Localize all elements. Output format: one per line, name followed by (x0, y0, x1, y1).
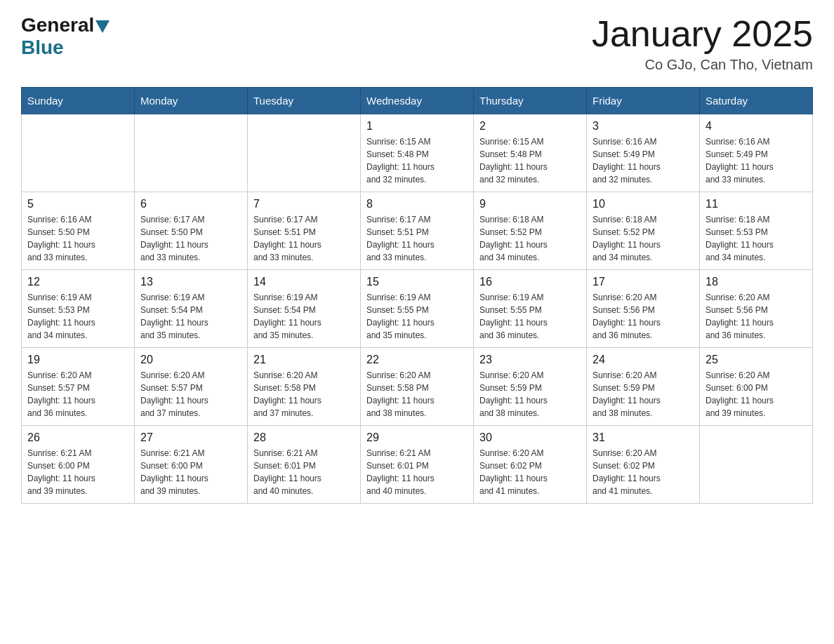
day-info: Sunrise: 6:21 AM Sunset: 6:01 PM Dayligh… (366, 447, 468, 497)
calendar-cell: 31Sunrise: 6:20 AM Sunset: 6:02 PM Dayli… (587, 426, 700, 504)
calendar-cell: 7Sunrise: 6:17 AM Sunset: 5:51 PM Daylig… (248, 192, 361, 270)
calendar-cell (700, 426, 813, 504)
day-number: 15 (366, 276, 468, 288)
logo-blue-text: Blue (21, 36, 64, 59)
day-number: 7 (253, 198, 355, 210)
calendar-cell: 16Sunrise: 6:19 AM Sunset: 5:55 PM Dayli… (474, 270, 587, 348)
calendar-cell: 14Sunrise: 6:19 AM Sunset: 5:54 PM Dayli… (248, 270, 361, 348)
day-info: Sunrise: 6:19 AM Sunset: 5:55 PM Dayligh… (479, 291, 581, 342)
calendar-cell (135, 114, 248, 192)
day-number: 14 (253, 276, 355, 288)
day-number: 21 (253, 354, 355, 366)
day-header-friday: Friday (587, 88, 700, 114)
calendar-cell: 17Sunrise: 6:20 AM Sunset: 5:56 PM Dayli… (587, 270, 700, 348)
day-info: Sunrise: 6:17 AM Sunset: 5:51 PM Dayligh… (253, 213, 355, 264)
day-info: Sunrise: 6:16 AM Sunset: 5:49 PM Dayligh… (593, 135, 694, 186)
calendar-cell: 2Sunrise: 6:15 AM Sunset: 5:48 PM Daylig… (474, 114, 587, 192)
calendar-table: SundayMondayTuesdayWednesdayThursdayFrid… (21, 87, 813, 504)
day-info: Sunrise: 6:19 AM Sunset: 5:54 PM Dayligh… (253, 291, 355, 342)
day-info: Sunrise: 6:20 AM Sunset: 5:58 PM Dayligh… (253, 369, 355, 420)
day-number: 18 (706, 276, 807, 288)
day-number: 2 (479, 120, 581, 133)
day-number: 23 (479, 354, 581, 366)
location-subtitle: Co GJo, Can Tho, Vietnam (592, 57, 813, 73)
day-number: 16 (479, 276, 581, 288)
calendar-cell: 27Sunrise: 6:21 AM Sunset: 6:00 PM Dayli… (135, 426, 248, 504)
day-number: 9 (479, 198, 581, 210)
day-header-thursday: Thursday (474, 88, 587, 114)
day-info: Sunrise: 6:17 AM Sunset: 5:50 PM Dayligh… (140, 213, 241, 264)
day-info: Sunrise: 6:21 AM Sunset: 6:00 PM Dayligh… (140, 447, 241, 497)
title-area: January 2025 Co GJo, Can Tho, Vietnam (592, 14, 813, 73)
day-info: Sunrise: 6:18 AM Sunset: 5:52 PM Dayligh… (479, 213, 581, 264)
day-number: 8 (366, 198, 468, 210)
day-number: 10 (593, 198, 694, 210)
calendar-cell: 13Sunrise: 6:19 AM Sunset: 5:54 PM Dayli… (135, 270, 248, 348)
day-number: 17 (593, 276, 694, 288)
day-number: 5 (27, 198, 128, 210)
calendar-cell: 10Sunrise: 6:18 AM Sunset: 5:52 PM Dayli… (587, 192, 700, 270)
calendar-cell: 1Sunrise: 6:15 AM Sunset: 5:48 PM Daylig… (361, 114, 474, 192)
calendar-cell: 21Sunrise: 6:20 AM Sunset: 5:58 PM Dayli… (248, 348, 361, 426)
day-info: Sunrise: 6:16 AM Sunset: 5:49 PM Dayligh… (706, 135, 807, 186)
day-number: 29 (366, 431, 468, 444)
day-info: Sunrise: 6:19 AM Sunset: 5:54 PM Dayligh… (140, 291, 241, 342)
day-number: 28 (253, 431, 355, 444)
day-info: Sunrise: 6:20 AM Sunset: 6:02 PM Dayligh… (479, 447, 581, 497)
month-title: January 2025 (592, 14, 813, 54)
day-info: Sunrise: 6:20 AM Sunset: 5:57 PM Dayligh… (27, 369, 128, 420)
day-number: 22 (366, 354, 468, 366)
day-info: Sunrise: 6:20 AM Sunset: 5:56 PM Dayligh… (593, 291, 694, 342)
logo: General Blue (21, 14, 111, 59)
calendar-cell: 25Sunrise: 6:20 AM Sunset: 6:00 PM Dayli… (700, 348, 813, 426)
calendar-cell: 26Sunrise: 6:21 AM Sunset: 6:00 PM Dayli… (22, 426, 135, 504)
day-info: Sunrise: 6:20 AM Sunset: 6:00 PM Dayligh… (706, 369, 807, 420)
calendar-cell: 23Sunrise: 6:20 AM Sunset: 5:59 PM Dayli… (474, 348, 587, 426)
day-header-wednesday: Wednesday (361, 88, 474, 114)
calendar-week-5: 26Sunrise: 6:21 AM Sunset: 6:00 PM Dayli… (22, 426, 813, 504)
day-info: Sunrise: 6:20 AM Sunset: 5:58 PM Dayligh… (366, 369, 468, 420)
day-info: Sunrise: 6:20 AM Sunset: 6:02 PM Dayligh… (593, 447, 694, 497)
day-number: 3 (593, 120, 694, 133)
calendar-cell: 29Sunrise: 6:21 AM Sunset: 6:01 PM Dayli… (361, 426, 474, 504)
calendar-cell: 11Sunrise: 6:18 AM Sunset: 5:53 PM Dayli… (700, 192, 813, 270)
day-number: 27 (140, 431, 241, 444)
day-info: Sunrise: 6:15 AM Sunset: 5:48 PM Dayligh… (366, 135, 468, 186)
calendar-week-3: 12Sunrise: 6:19 AM Sunset: 5:53 PM Dayli… (22, 270, 813, 348)
calendar-cell: 19Sunrise: 6:20 AM Sunset: 5:57 PM Dayli… (22, 348, 135, 426)
day-info: Sunrise: 6:21 AM Sunset: 6:00 PM Dayligh… (27, 447, 128, 497)
calendar-week-4: 19Sunrise: 6:20 AM Sunset: 5:57 PM Dayli… (22, 348, 813, 426)
day-number: 26 (27, 431, 128, 444)
day-number: 6 (140, 198, 241, 210)
day-info: Sunrise: 6:20 AM Sunset: 5:59 PM Dayligh… (479, 369, 581, 420)
calendar-cell: 28Sunrise: 6:21 AM Sunset: 6:01 PM Dayli… (248, 426, 361, 504)
calendar-cell: 9Sunrise: 6:18 AM Sunset: 5:52 PM Daylig… (474, 192, 587, 270)
day-info: Sunrise: 6:18 AM Sunset: 5:52 PM Dayligh… (593, 213, 694, 264)
day-info: Sunrise: 6:21 AM Sunset: 6:01 PM Dayligh… (253, 447, 355, 497)
calendar-cell: 22Sunrise: 6:20 AM Sunset: 5:58 PM Dayli… (361, 348, 474, 426)
day-number: 11 (706, 198, 807, 210)
calendar-cell: 24Sunrise: 6:20 AM Sunset: 5:59 PM Dayli… (587, 348, 700, 426)
calendar-cell: 5Sunrise: 6:16 AM Sunset: 5:50 PM Daylig… (22, 192, 135, 270)
day-number: 30 (479, 431, 581, 444)
day-number: 12 (27, 276, 128, 288)
logo-general-text: General (21, 14, 94, 36)
calendar-cell: 15Sunrise: 6:19 AM Sunset: 5:55 PM Dayli… (361, 270, 474, 348)
day-header-saturday: Saturday (700, 88, 813, 114)
day-header-monday: Monday (135, 88, 248, 114)
calendar-header-row: SundayMondayTuesdayWednesdayThursdayFrid… (22, 88, 813, 114)
page-header: General Blue January 2025 Co GJo, Can Th… (21, 14, 813, 73)
day-number: 25 (706, 354, 807, 366)
day-info: Sunrise: 6:20 AM Sunset: 5:57 PM Dayligh… (140, 369, 241, 420)
day-info: Sunrise: 6:19 AM Sunset: 5:55 PM Dayligh… (366, 291, 468, 342)
day-number: 1 (366, 120, 468, 133)
day-info: Sunrise: 6:19 AM Sunset: 5:53 PM Dayligh… (27, 291, 128, 342)
calendar-cell (22, 114, 135, 192)
calendar-cell: 30Sunrise: 6:20 AM Sunset: 6:02 PM Dayli… (474, 426, 587, 504)
day-number: 24 (593, 354, 694, 366)
day-number: 19 (27, 354, 128, 366)
calendar-cell: 4Sunrise: 6:16 AM Sunset: 5:49 PM Daylig… (700, 114, 813, 192)
day-info: Sunrise: 6:20 AM Sunset: 5:56 PM Dayligh… (706, 291, 807, 342)
day-info: Sunrise: 6:17 AM Sunset: 5:51 PM Dayligh… (366, 213, 468, 264)
calendar-cell (248, 114, 361, 192)
